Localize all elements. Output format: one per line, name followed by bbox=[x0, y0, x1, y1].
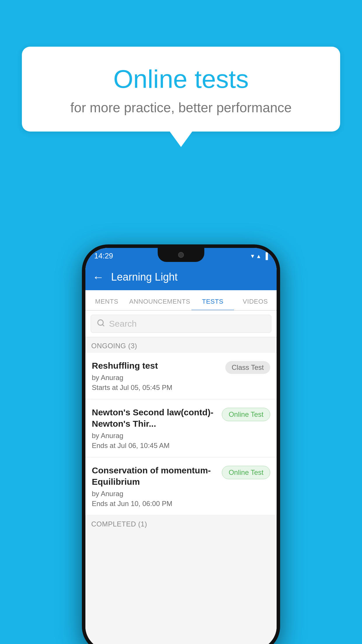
speech-bubble-arrow bbox=[169, 131, 193, 147]
test-badge-reshuffling: Class Test bbox=[225, 361, 270, 374]
test-author-conservation: by Anurag bbox=[92, 490, 217, 498]
test-item-content-conservation: Conservation of momentum-Equilibrium by … bbox=[92, 465, 217, 508]
ongoing-section-header: ONGOING (3) bbox=[85, 337, 277, 353]
svg-line-1 bbox=[102, 324, 104, 326]
tab-ments[interactable]: MENTS bbox=[85, 293, 128, 310]
test-item-newtons[interactable]: Newton's Second law(contd)-Newton's Thir… bbox=[85, 400, 277, 457]
status-time: 14:29 bbox=[94, 251, 113, 260]
test-date-conservation: Ends at Jun 10, 06:00 PM bbox=[92, 500, 217, 508]
test-item-reshuffling[interactable]: Reshuffling test by Anurag Starts at Jul… bbox=[85, 353, 277, 399]
back-button[interactable]: ← bbox=[92, 271, 104, 284]
test-item-conservation[interactable]: Conservation of momentum-Equilibrium by … bbox=[85, 458, 277, 515]
notch bbox=[158, 248, 204, 262]
speech-bubble-container: Online tests for more practice, better p… bbox=[22, 47, 340, 147]
tab-announcements[interactable]: ANNOUNCEMENTS bbox=[128, 293, 191, 310]
search-bar[interactable]: Search bbox=[91, 315, 271, 333]
front-camera bbox=[178, 252, 184, 258]
speech-bubble: Online tests for more practice, better p… bbox=[22, 47, 340, 132]
app-bar-title: Learning Light bbox=[111, 271, 178, 283]
phone-screen: 14:29 ▾ ▴ ▐ ← Learning Light MENTS ANNOU… bbox=[85, 248, 277, 644]
phone-frame: 14:29 ▾ ▴ ▐ ← Learning Light MENTS ANNOU… bbox=[82, 244, 280, 644]
tab-tests[interactable]: TESTS bbox=[191, 293, 234, 310]
test-date-newtons: Ends at Jul 06, 10:45 AM bbox=[92, 442, 217, 450]
app-bar: ← Learning Light bbox=[85, 264, 277, 290]
search-container: Search bbox=[85, 311, 277, 337]
test-title-conservation: Conservation of momentum-Equilibrium bbox=[92, 465, 217, 487]
test-title-reshuffling: Reshuffling test bbox=[92, 360, 221, 371]
test-author-newtons: by Anurag bbox=[92, 432, 217, 440]
test-item-content-newtons: Newton's Second law(contd)-Newton's Thir… bbox=[92, 407, 217, 450]
signal-icon: ▴ bbox=[257, 252, 260, 260]
tabs-container: MENTS ANNOUNCEMENTS TESTS VIDEOS bbox=[85, 290, 277, 311]
speech-bubble-subtitle: for more practice, better performance bbox=[45, 100, 317, 116]
status-icons: ▾ ▴ ▐ bbox=[251, 252, 268, 260]
test-badge-conservation: Online Test bbox=[222, 466, 270, 479]
test-badge-newtons: Online Test bbox=[222, 408, 270, 421]
completed-section-header: COMPLETED (1) bbox=[85, 515, 277, 531]
wifi-icon: ▾ bbox=[251, 252, 254, 260]
test-title-newtons: Newton's Second law(contd)-Newton's Thir… bbox=[92, 407, 217, 429]
battery-icon: ▐ bbox=[263, 252, 268, 260]
test-author-reshuffling: by Anurag bbox=[92, 374, 221, 382]
test-item-content-reshuffling: Reshuffling test by Anurag Starts at Jul… bbox=[92, 360, 221, 392]
test-date-reshuffling: Starts at Jul 05, 05:45 PM bbox=[92, 384, 221, 392]
content-area: ONGOING (3) Reshuffling test by Anurag S… bbox=[85, 337, 277, 644]
tab-videos[interactable]: VIDEOS bbox=[234, 293, 277, 310]
phone-container: 14:29 ▾ ▴ ▐ ← Learning Light MENTS ANNOU… bbox=[82, 244, 280, 644]
search-icon bbox=[97, 319, 105, 329]
search-placeholder: Search bbox=[109, 319, 137, 329]
speech-bubble-title: Online tests bbox=[45, 64, 317, 94]
